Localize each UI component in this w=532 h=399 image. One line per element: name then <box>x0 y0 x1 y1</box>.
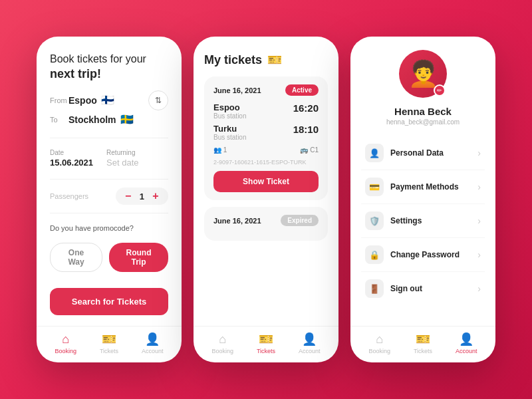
nav-account-2[interactable]: 👤 Account <box>299 332 321 354</box>
home-icon: ⌂ <box>62 332 69 346</box>
passengers-meta: 👥 1 <box>213 146 227 154</box>
ticket-meta: 👥 1 🚌 C1 <box>213 146 319 154</box>
ticket-badge-active: Active <box>285 84 319 96</box>
ticket-code: 2-9097-160621-1615-ESPO-TURK <box>213 159 319 166</box>
nav-tickets-2[interactable]: 🎫 Tickets <box>257 332 275 354</box>
personal-data-label: Personal Data <box>390 148 477 158</box>
nav-booking-3[interactable]: ⌂ Booking <box>368 332 390 354</box>
from-value: Espoo <box>68 95 97 106</box>
from-label: From <box>50 96 68 104</box>
tickets-nav-label-2: Tickets <box>257 348 275 354</box>
decrement-button[interactable]: − <box>122 190 134 202</box>
avatar-edit-badge[interactable]: ✏ <box>434 84 446 96</box>
increment-button[interactable]: + <box>150 190 162 202</box>
menu-item-signout[interactable]: 🚪 Sign out › <box>361 272 485 305</box>
show-ticket-button[interactable]: Show Ticket <box>213 171 319 192</box>
station-to: Bus station <box>213 134 246 141</box>
date-col: Date 15.06.2021 <box>50 149 93 168</box>
divider-3 <box>50 213 168 213</box>
ticket-date-active: June 16, 2021 <box>213 86 261 94</box>
booking-bottom-nav: ⌂ Booking 🎫 Tickets 👤 Account <box>37 326 182 362</box>
tickets-nav-label: Tickets <box>100 348 118 354</box>
phone-account: 🧑‍🦱 ✏ Henna Beck henna_beck@gmail.com 👤 … <box>350 37 495 362</box>
time-from: 16:20 <box>293 102 319 114</box>
nav-booking[interactable]: ⌂ Booking <box>55 332 76 354</box>
divider-1 <box>50 138 168 138</box>
chevron-personal: › <box>477 148 481 158</box>
personal-data-icon: 👤 <box>365 144 384 162</box>
booking-content: Book tickets for your next trip! From Es… <box>37 37 182 326</box>
route-from: Espoo Bus station <box>213 102 246 120</box>
city-from: Espoo <box>213 102 246 112</box>
ticket-card-expired: June 16, 2021 Expired <box>204 207 328 241</box>
account-bottom-nav: ⌂ Booking 🎫 Tickets 👤 Account <box>350 326 495 362</box>
home-icon-3: ⌂ <box>376 332 383 346</box>
to-flag: 🇸🇪 <box>120 113 134 126</box>
passengers-count: 1 <box>140 192 144 201</box>
one-way-button[interactable]: One Way <box>50 243 102 272</box>
avatar: 🧑‍🦱 ✏ <box>399 50 447 98</box>
account-content: 🧑‍🦱 ✏ Henna Beck henna_beck@gmail.com 👤 … <box>350 37 495 326</box>
time-to: 18:10 <box>293 124 319 135</box>
nav-booking-2[interactable]: ⌂ Booking <box>211 332 233 354</box>
passengers-label: Passengers <box>50 192 88 200</box>
to-label: To <box>50 116 68 124</box>
menu-item-payment[interactable]: 💳 Payment Methods › <box>361 170 485 204</box>
ticket-nav-icon-2: 🎫 <box>259 332 273 346</box>
tickets-title: My tickets <box>204 53 262 67</box>
ticket-badge-expired: Expired <box>281 215 319 226</box>
city-to: Turku <box>213 124 246 134</box>
payment-label: Payment Methods <box>390 182 477 192</box>
returning-value: Set date <box>106 158 138 168</box>
signout-label: Sign out <box>390 284 477 293</box>
booking-nav-label: Booking <box>55 348 76 354</box>
settings-icon: 🛡️ <box>365 211 384 230</box>
date-row: Date 15.06.2021 Returning Set date <box>50 149 168 168</box>
user-icon-2: 👤 <box>302 332 317 346</box>
trip-type-row: One Way Round Trip <box>50 243 168 272</box>
menu-item-password[interactable]: 🔒 Change Password › <box>361 238 485 272</box>
ticket-nav-icon-3: 🎫 <box>416 332 430 346</box>
nav-tickets[interactable]: 🎫 Tickets <box>100 332 118 354</box>
returning-label: Returning <box>106 149 138 156</box>
ticket-date-expired: June 16, 2021 <box>213 217 261 225</box>
ticket-card-header: June 16, 2021 Active <box>213 84 319 96</box>
ticket-icon: 🎫 <box>102 332 116 346</box>
divider-2 <box>50 179 168 180</box>
route-to: Turku Bus station <box>213 124 246 141</box>
nav-tickets-3[interactable]: 🎫 Tickets <box>414 332 432 354</box>
account-nav-label: Account <box>142 348 164 354</box>
signout-icon: 🚪 <box>365 279 384 298</box>
ticket-card-active: June 16, 2021 Active Espoo Bus station 1… <box>204 76 328 200</box>
swap-button[interactable]: ⇅ <box>148 90 168 110</box>
returning-col: Returning Set date <box>106 149 138 168</box>
to-value: Stockholm <box>68 114 116 125</box>
chevron-password: › <box>477 249 481 260</box>
date-label: Date <box>50 149 93 156</box>
user-email: henna_beck@gmail.com <box>361 118 485 126</box>
chevron-payment: › <box>477 182 481 192</box>
tickets-header: My tickets 🎫 <box>204 53 328 67</box>
search-tickets-button[interactable]: Search for Tickets <box>50 288 168 315</box>
avatar-section: 🧑‍🦱 ✏ <box>361 50 485 98</box>
menu-item-settings[interactable]: 🛡️ Settings › <box>361 204 485 238</box>
menu-item-personal[interactable]: 👤 Personal Data › <box>361 136 485 170</box>
nav-account[interactable]: 👤 Account <box>142 332 164 354</box>
ticket-route-2: Turku Bus station 18:10 <box>213 124 319 141</box>
tickets-content: My tickets 🎫 June 16, 2021 Active Espoo … <box>194 37 338 326</box>
passengers-counter: − 1 + <box>116 188 168 205</box>
user-icon: 👤 <box>145 332 160 346</box>
station-from: Bus station <box>213 112 246 120</box>
chevron-signout: › <box>477 283 481 294</box>
nav-account-3[interactable]: 👤 Account <box>456 332 477 354</box>
password-label: Change Password <box>390 250 477 259</box>
seat-meta: 🚌 C1 <box>300 146 319 154</box>
date-value: 15.06.2021 <box>50 158 93 168</box>
ticket-route-1: Espoo Bus station 16:20 <box>213 102 319 120</box>
passengers-row: Passengers − 1 + <box>50 188 168 205</box>
promo-text: Do you have promocode? <box>50 224 168 232</box>
user-icon-3: 👤 <box>459 332 473 346</box>
password-icon: 🔒 <box>365 245 384 264</box>
phone-booking: Book tickets for your next trip! From Es… <box>37 37 182 362</box>
round-trip-button[interactable]: Round Trip <box>109 243 168 272</box>
